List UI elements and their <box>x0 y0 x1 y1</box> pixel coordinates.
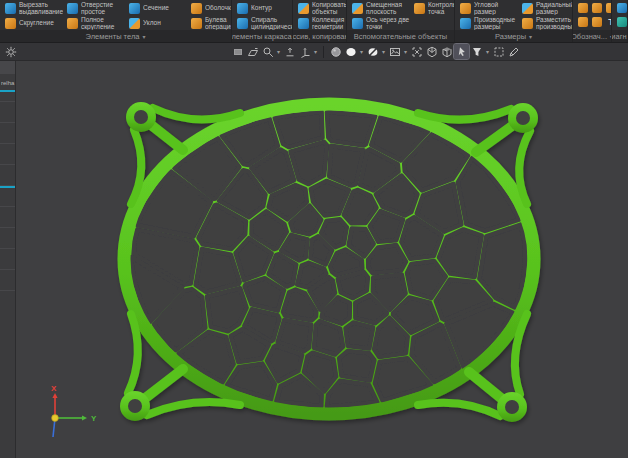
ribbon-group: TОбознач...▾ <box>573 0 612 42</box>
simple-hole-icon <box>67 3 78 14</box>
ribbon-button-0-0[interactable]: Вырезать выдавливанием <box>4 1 64 16</box>
document-tab[interactable]: relha v <box>1 80 15 88</box>
draft-icon <box>129 18 140 29</box>
panel-header[interactable] <box>0 61 15 74</box>
ribbon-button-2-0[interactable]: Копировать объекты <box>297 1 346 16</box>
ribbon-button-3-0[interactable]: Смещенная плоскость <box>351 1 411 16</box>
chevron-down-icon[interactable]: ▾ <box>610 33 611 40</box>
ribbon-button-3-2[interactable]: Контрольная точка <box>413 1 454 16</box>
ribbon-button-4-3[interactable]: Разместить производные... <box>521 16 572 30</box>
settings-gear-icon[interactable] <box>3 44 18 59</box>
chevron-down-icon[interactable]: ▾ <box>402 48 409 55</box>
ribbon-button-2-1[interactable]: Коллекция геометрии <box>297 16 346 30</box>
ribbon-group-body <box>612 0 627 30</box>
render-sphere-icon[interactable] <box>328 44 343 59</box>
group-label-text: Диагн... <box>612 32 627 41</box>
axis-two-points-icon <box>352 18 363 29</box>
tolerance-frame-icon[interactable] <box>606 3 611 13</box>
shaded-view-icon[interactable] <box>343 44 358 59</box>
section-cube-icon[interactable] <box>439 44 454 59</box>
screw-hole <box>134 110 148 124</box>
rotate-axes-icon[interactable] <box>297 44 312 59</box>
ribbon-button-label: Угловой размер <box>474 2 518 16</box>
ribbon-button-label: Полное скругление <box>81 17 125 30</box>
panel-toggle-icon[interactable] <box>230 44 245 59</box>
grill-cell-hole <box>196 249 240 292</box>
sketch-pencil-icon[interactable] <box>506 44 521 59</box>
grill-cell-hole <box>207 288 247 331</box>
chevron-down-icon[interactable]: ▾ <box>275 48 282 55</box>
texture-view-icon[interactable] <box>387 44 402 59</box>
ribbon-group-label[interactable]: Обознач...▾ <box>573 30 611 42</box>
ribbon-button-0-7[interactable]: Булева операция <box>190 16 231 30</box>
ribbon-button-label: Смещенная плоскость <box>366 2 410 16</box>
group-label-text: Размеры <box>495 32 526 41</box>
chevron-down-icon[interactable]: ▾ <box>484 48 491 55</box>
chevron-down-icon[interactable]: ▾ <box>529 33 532 40</box>
placement-plane-icon[interactable] <box>245 44 260 59</box>
ribbon-group: Смещенная плоскостьОсь через две точкиКо… <box>347 0 455 42</box>
select-highlight-icon[interactable] <box>454 44 469 59</box>
frame-select-icon[interactable] <box>491 44 506 59</box>
text-icon[interactable]: T <box>606 17 611 27</box>
panel-divider <box>0 206 15 207</box>
chevron-down-icon[interactable]: ▾ <box>380 48 387 55</box>
ribbon-group-label[interactable]: Элементы тела▾ <box>0 30 231 42</box>
ribbon-button-0-1[interactable]: Скругление <box>4 16 64 30</box>
filter-icon[interactable] <box>469 44 484 59</box>
ribbon-group-label[interactable]: Элементы каркаса▾ <box>232 30 292 42</box>
panel-divider <box>0 269 15 270</box>
screw-hole <box>505 400 519 414</box>
ribbon-button-4-2[interactable]: Радиальный размер <box>521 1 572 16</box>
roughness-icon[interactable] <box>578 3 588 13</box>
chevron-down-icon[interactable]: ▾ <box>312 48 319 55</box>
ribbon-button-1-1[interactable]: Спираль цилиндрическ... <box>236 16 292 30</box>
ribbon-button-label: Оболочка <box>205 5 231 12</box>
orient-stamp-icon[interactable] <box>282 44 297 59</box>
view-toolbar: ▾▾▾▾▾▾ <box>0 43 628 61</box>
zoom-icon[interactable] <box>260 44 275 59</box>
ribbon-button-0-2[interactable]: Отверстие простое <box>66 1 126 16</box>
ribbon-button-0-4[interactable]: Сечение <box>128 1 188 16</box>
ribbon-button-3-1[interactable]: Ось через две точки <box>351 16 411 30</box>
ribbon-group-label[interactable]: Массив, копирование <box>293 30 346 42</box>
ribbon-button-0-6[interactable]: Оболочка <box>190 1 231 16</box>
browser-panel-collapsed[interactable]: relha v <box>0 61 16 458</box>
ribbon-button-label: Контрольная точка <box>428 2 454 16</box>
grill-cell-hole <box>338 272 368 298</box>
designation-icon[interactable] <box>592 17 602 27</box>
ribbon-group-label[interactable]: Размеры▾ <box>455 30 572 42</box>
ribbon-group-body: T <box>573 0 611 30</box>
leader-marker-icon[interactable] <box>592 3 602 13</box>
ribbon-button-0-3[interactable]: Полное скругление <box>66 16 126 30</box>
ribbon-group-label[interactable]: Вспомогательные объекты <box>347 30 454 42</box>
ribbon-button-4-1[interactable]: Производные размеры <box>459 16 519 30</box>
voronoi-grill-model[interactable] <box>120 102 538 422</box>
radial-dimension-icon <box>522 3 533 14</box>
ribbon-button-label: Булева операция <box>205 17 231 30</box>
ribbon-button-4-0[interactable]: Угловой размер <box>459 1 519 16</box>
chevron-down-icon[interactable]: ▾ <box>142 33 145 40</box>
ribbon-group-body: Копировать объектыКоллекция геометрии <box>293 0 346 30</box>
hidden-edges-icon[interactable] <box>365 44 380 59</box>
model-canvas[interactable]: XY <box>16 61 628 458</box>
page-background-strip <box>0 458 628 472</box>
3d-viewport[interactable]: XY <box>16 61 628 458</box>
check-icon[interactable] <box>617 17 627 27</box>
panel-divider <box>0 227 15 228</box>
grill-cell-hole <box>439 229 482 277</box>
shell-icon <box>191 3 202 14</box>
datum-icon[interactable] <box>578 17 588 27</box>
measure-icon[interactable] <box>617 3 627 13</box>
chevron-down-icon[interactable]: ▾ <box>358 48 365 55</box>
ribbon-button-1-0[interactable]: Контур <box>236 1 292 16</box>
ribbon-group-label[interactable]: Диагн... <box>612 30 627 42</box>
angular-dimension-icon <box>460 3 471 14</box>
panel-divider <box>0 122 15 123</box>
fit-view-icon[interactable] <box>409 44 424 59</box>
view-cube-icon[interactable] <box>424 44 439 59</box>
ribbon-button-label: Контур <box>251 5 292 12</box>
panel-divider <box>0 185 15 186</box>
copy-objects-icon <box>298 3 309 14</box>
ribbon-button-0-5[interactable]: Уклон <box>128 16 188 30</box>
